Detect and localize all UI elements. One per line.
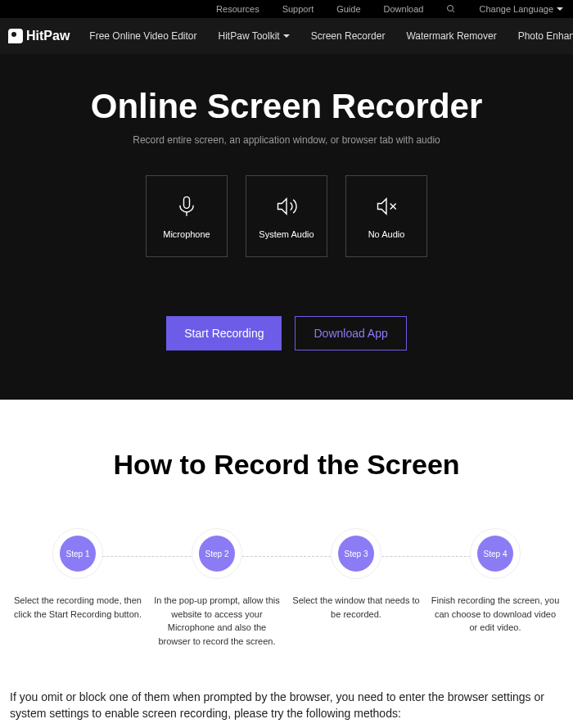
microphone-icon [174, 193, 200, 219]
brand-logo[interactable]: HitPaw [8, 29, 70, 43]
step-text: Finish recording the screen, you can cho… [431, 594, 560, 635]
step-badge: Step 2 [199, 536, 235, 572]
step-2: Step 2 In the pop-up prompt, allow this … [147, 528, 286, 648]
svg-line-1 [453, 11, 455, 13]
howto-title: How to Record the Screen [8, 449, 565, 481]
nav-video-editor[interactable]: Free Online Video Editor [89, 30, 196, 42]
speaker-mute-icon [373, 193, 399, 219]
step-text: In the pop-up prompt, allow this website… [152, 594, 282, 648]
chevron-down-icon [283, 34, 290, 38]
step-text: Select the window that needs to be recor… [291, 594, 421, 621]
logo-icon [8, 29, 23, 43]
speaker-icon [273, 193, 300, 219]
svg-marker-4 [278, 199, 287, 215]
page-title: Online Screen Recorder [16, 87, 557, 126]
topbar-support[interactable]: Support [282, 4, 314, 14]
top-bar: Resources Support Guide Download Change … [0, 0, 573, 18]
start-recording-button[interactable]: Start Recording [166, 316, 282, 350]
step-text: Select the recording mode, then click th… [13, 594, 142, 621]
option-no-audio[interactable]: No Audio [345, 175, 427, 257]
page-subtitle: Record entire screen, an application win… [16, 134, 557, 146]
svg-rect-2 [184, 197, 190, 208]
nav-watermark-remover[interactable]: Watermark Remover [406, 30, 496, 42]
step-badge: Step 4 [477, 536, 513, 572]
nav-screen-recorder[interactable]: Screen Recorder [311, 30, 386, 42]
main-nav: HitPaw Free Online Video Editor HitPaw T… [0, 18, 573, 54]
chevron-down-icon [557, 7, 563, 11]
svg-marker-5 [378, 199, 387, 215]
step-1: Step 1 Select the recording mode, then c… [8, 528, 147, 648]
search-icon[interactable] [446, 4, 456, 14]
step-3: Step 3 Select the window that needs to b… [286, 528, 426, 648]
step-badge: Step 1 [60, 536, 96, 572]
option-microphone[interactable]: Microphone [146, 175, 228, 257]
nav-toolkit[interactable]: HitPaw Toolkit [219, 30, 290, 42]
hero-section: Online Screen Recorder Record entire scr… [0, 54, 573, 400]
download-app-button[interactable]: Download App [295, 316, 406, 350]
step-4: Step 4 Finish recording the screen, you … [426, 528, 565, 648]
step-badge: Step 3 [338, 536, 374, 572]
topbar-download[interactable]: Download [384, 4, 424, 14]
svg-point-0 [448, 6, 453, 11]
topbar-resources[interactable]: Resources [216, 4, 259, 14]
topbar-guide[interactable]: Guide [336, 4, 360, 14]
permissions-note: If you omit or block one of them when pr… [0, 681, 573, 724]
option-system-audio[interactable]: System Audio [246, 175, 327, 257]
how-to-section: How to Record the Screen Step 1 Select t… [0, 400, 573, 681]
nav-photo-enhancer[interactable]: Photo Enhancer [518, 30, 573, 42]
language-selector[interactable]: Change Language [479, 4, 563, 14]
